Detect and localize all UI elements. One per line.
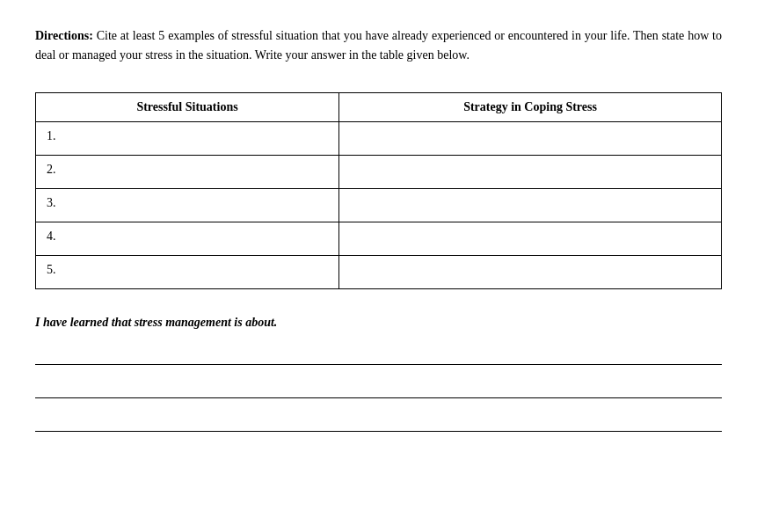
table-row: 5. bbox=[36, 255, 722, 288]
directions-block: Directions: Cite at least 5 examples of … bbox=[35, 26, 722, 66]
row-3-strategy[interactable] bbox=[339, 188, 722, 222]
learned-label: I have learned that stress management is… bbox=[35, 316, 722, 330]
row-5-strategy[interactable] bbox=[339, 255, 722, 288]
row-3-situation[interactable]: 3. bbox=[36, 188, 339, 222]
row-2-number: 2. bbox=[47, 163, 56, 176]
header-strategy-coping: Strategy in Coping Stress bbox=[339, 92, 722, 121]
row-5-number: 5. bbox=[47, 263, 56, 276]
table-header-row: Stressful Situations Strategy in Coping … bbox=[36, 92, 722, 121]
table-row: 4. bbox=[36, 222, 722, 255]
answer-line-3[interactable] bbox=[35, 414, 722, 432]
row-4-number: 4. bbox=[47, 230, 56, 243]
answer-lines-container bbox=[35, 347, 722, 432]
directions-text: Cite at least 5 examples of stressful si… bbox=[35, 29, 722, 62]
answer-line-2[interactable] bbox=[35, 381, 722, 398]
table-container: Stressful Situations Strategy in Coping … bbox=[35, 92, 722, 289]
learned-section: I have learned that stress management is… bbox=[35, 316, 722, 432]
table-row: 3. bbox=[36, 188, 722, 222]
row-3-number: 3. bbox=[47, 196, 56, 209]
row-2-situation[interactable]: 2. bbox=[36, 155, 339, 188]
answer-line-1[interactable] bbox=[35, 347, 722, 365]
row-4-strategy[interactable] bbox=[339, 222, 722, 255]
table-row: 2. bbox=[36, 155, 722, 188]
row-2-strategy[interactable] bbox=[339, 155, 722, 188]
stress-table: Stressful Situations Strategy in Coping … bbox=[35, 92, 722, 289]
header-stressful-situations: Stressful Situations bbox=[36, 92, 339, 121]
directions-label: Directions: bbox=[35, 29, 93, 42]
row-1-strategy[interactable] bbox=[339, 121, 722, 155]
row-4-situation[interactable]: 4. bbox=[36, 222, 339, 255]
row-5-situation[interactable]: 5. bbox=[36, 255, 339, 288]
row-1-situation[interactable]: 1. bbox=[36, 121, 339, 155]
row-1-number: 1. bbox=[47, 129, 56, 142]
table-row: 1. bbox=[36, 121, 722, 155]
